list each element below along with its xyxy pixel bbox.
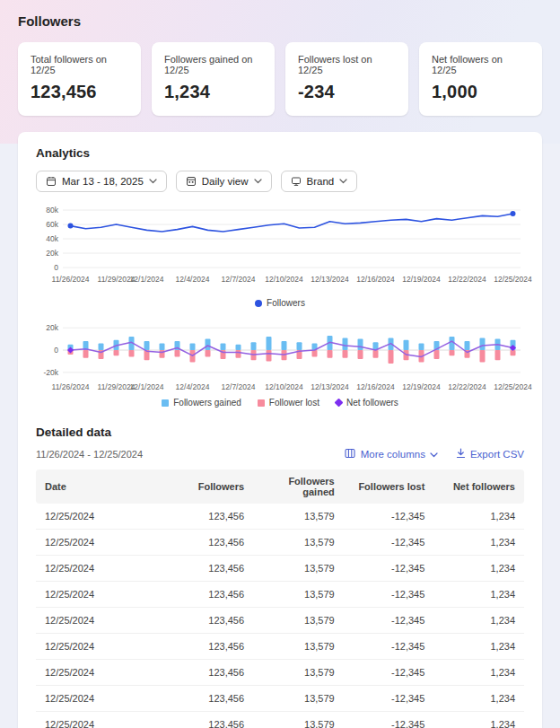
- table-cell: 123,456: [162, 634, 253, 660]
- legend-item-net-followers: Net followers: [336, 398, 398, 408]
- svg-text:12/10/2024: 12/10/2024: [265, 382, 303, 391]
- table-cell: 123,456: [162, 556, 253, 582]
- table-cell: 123,456: [162, 582, 253, 608]
- table-row: 12/25/2024123,45613,579-12,3451,234: [36, 608, 524, 634]
- svg-text:60k: 60k: [46, 220, 58, 229]
- chevron-down-icon: [149, 179, 157, 184]
- svg-text:12/4/2024: 12/4/2024: [176, 275, 210, 284]
- svg-text:12/19/2024: 12/19/2024: [402, 275, 441, 284]
- view-granularity-filter[interactable]: Daily view: [176, 171, 272, 192]
- table-cell: 12/25/2024: [36, 556, 162, 582]
- table-cell: -12,345: [344, 530, 434, 556]
- svg-text:20k: 20k: [46, 323, 58, 332]
- more-columns-button[interactable]: More columns: [345, 448, 438, 460]
- table-cell: 12/25/2024: [36, 712, 162, 728]
- table-cell: 123,456: [162, 712, 253, 728]
- svg-text:12/13/2024: 12/13/2024: [311, 275, 349, 284]
- table-row: 12/25/2024123,45613,579-12,3451,234: [36, 556, 524, 582]
- table-cell: 13,579: [253, 686, 344, 712]
- svg-text:11/26/2024: 11/26/2024: [52, 382, 90, 391]
- export-csv-button[interactable]: Export CSV: [456, 448, 524, 460]
- table-cell: -12,345: [344, 634, 434, 660]
- stat-value: -234: [298, 82, 396, 102]
- svg-text:12/22/2024: 12/22/2024: [448, 382, 486, 391]
- stat-label: Net followers on 12/25: [432, 54, 529, 75]
- main-card: Analytics Mar 13 - 18, 2025 Daily view: [18, 132, 542, 728]
- column-header-followers-lost: Followers lost: [344, 469, 434, 504]
- table-cell: 1,234: [433, 530, 524, 556]
- svg-text:12/16/2024: 12/16/2024: [356, 382, 395, 391]
- svg-text:12/25/2024: 12/25/2024: [494, 382, 532, 391]
- chevron-down-icon: [254, 179, 262, 184]
- table-cell: -12,345: [344, 660, 434, 686]
- table-cell: 123,456: [162, 686, 253, 712]
- table-row: 12/25/2024123,45613,579-12,3451,234: [36, 712, 524, 728]
- stat-card-net-followers: Net followers on 12/25 1,000: [419, 42, 542, 116]
- table-cell: 1,234: [433, 660, 524, 686]
- column-header-date: Date: [36, 469, 162, 504]
- svg-text:12/1/2024: 12/1/2024: [130, 275, 164, 284]
- calendar-icon: [46, 176, 57, 187]
- svg-text:12/19/2024: 12/19/2024: [402, 382, 441, 391]
- net-legend-swatch: [335, 399, 344, 408]
- table-cell: 123,456: [162, 608, 253, 634]
- stat-value: 1,000: [432, 82, 529, 102]
- table-cell: -12,345: [344, 608, 434, 634]
- legend-label: Followers gained: [173, 398, 241, 408]
- legend-item-followers: Followers: [255, 298, 305, 308]
- calendar-view-icon: [186, 176, 197, 187]
- brand-filter[interactable]: Brand: [281, 171, 358, 192]
- table-cell: -12,345: [344, 712, 434, 728]
- svg-text:12/13/2024: 12/13/2024: [311, 382, 349, 391]
- table-cell: -12,345: [344, 556, 434, 582]
- detailed-data-title: Detailed data: [36, 425, 524, 439]
- table-cell: 1,234: [433, 582, 524, 608]
- table-cell: 13,579: [253, 608, 344, 634]
- view-granularity-filter-label: Daily view: [202, 176, 249, 187]
- table-cell: 12/25/2024: [36, 660, 162, 686]
- stat-card-followers-gained: Followers gained on 12/25 1,234: [152, 42, 275, 116]
- stats-row: Total followers on 12/25 123,456 Followe…: [18, 42, 542, 116]
- table-row: 12/25/2024123,45613,579-12,3451,234: [36, 582, 524, 608]
- gained-lost-bar-chart: -20k020k11/26/202411/29/202412/1/202412/…: [36, 317, 524, 408]
- stat-value: 1,234: [164, 82, 262, 102]
- followers-legend-dot: [255, 300, 262, 307]
- svg-text:12/7/2024: 12/7/2024: [222, 382, 256, 391]
- table-cell: 13,579: [253, 634, 344, 660]
- download-icon: [456, 448, 466, 460]
- table-row: 12/25/2024123,45613,579-12,3451,234: [36, 530, 524, 556]
- stat-card-followers-lost: Followers lost on 12/25 -234: [285, 42, 408, 116]
- svg-text:-20k: -20k: [43, 368, 58, 377]
- table-cell: 1,234: [433, 712, 524, 728]
- svg-text:0: 0: [54, 263, 58, 272]
- svg-text:12/1/2024: 12/1/2024: [130, 382, 164, 391]
- table-cell: 123,456: [162, 530, 253, 556]
- table-cell: 12/25/2024: [36, 686, 162, 712]
- svg-text:20k: 20k: [46, 249, 58, 258]
- stat-card-total-followers: Total followers on 12/25 123,456: [18, 42, 141, 116]
- table-cell: 123,456: [162, 504, 253, 530]
- legend-label: Followers: [267, 298, 305, 308]
- table-cell: 1,234: [433, 686, 524, 712]
- table-cell: 13,579: [253, 712, 344, 728]
- table-header-row: Date Followers Followers gained Follower…: [36, 469, 524, 504]
- table-cell: 12/25/2024: [36, 504, 162, 530]
- bar-chart-legend: Followers gained Follower lost Net follo…: [36, 398, 524, 408]
- chevron-down-icon: [339, 179, 347, 184]
- table-row: 12/25/2024123,45613,579-12,3451,234: [36, 686, 524, 712]
- table-cell: 12/25/2024: [36, 634, 162, 660]
- page-title: Followers: [18, 0, 542, 29]
- svg-text:40k: 40k: [46, 234, 58, 243]
- svg-text:12/16/2024: 12/16/2024: [356, 275, 395, 284]
- table-cell: -12,345: [344, 582, 434, 608]
- stat-label: Followers lost on 12/25: [298, 54, 396, 75]
- table-cell: 13,579: [253, 504, 344, 530]
- svg-text:11/26/2024: 11/26/2024: [52, 275, 90, 284]
- svg-text:12/22/2024: 12/22/2024: [448, 275, 486, 284]
- table-row: 12/25/2024123,45613,579-12,3451,234: [36, 660, 524, 686]
- legend-label: Follower lost: [269, 398, 319, 408]
- table-cell: 1,234: [433, 556, 524, 582]
- table-body: 12/25/2024123,45613,579-12,3451,23412/25…: [36, 504, 524, 728]
- table-row: 12/25/2024123,45613,579-12,3451,234: [36, 504, 524, 530]
- date-range-filter[interactable]: Mar 13 - 18, 2025: [36, 171, 167, 192]
